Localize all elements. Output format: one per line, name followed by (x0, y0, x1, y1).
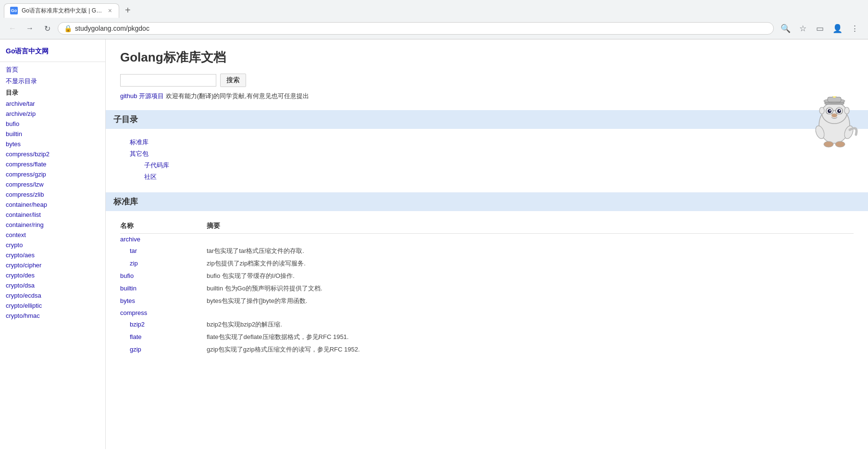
table-row: bzip2 bzip2包实现bzip2的解压缩. (120, 318, 854, 331)
sidebar-item-bytes[interactable]: bytes (0, 139, 105, 149)
svg-point-20 (824, 141, 833, 147)
tab-bar: Go Go语言标准库文档中文版 | Go语 × + (0, 0, 868, 18)
pkg-name-zip: zip (120, 260, 207, 267)
sidebar-divider (0, 62, 105, 62)
bookmark-icon-btn[interactable]: ☆ (795, 21, 810, 36)
sidebar-item-crypto-hmac[interactable]: crypto/hmac (0, 311, 105, 321)
sidebar-item-crypto-dsa[interactable]: crypto/dsa (0, 280, 105, 290)
subdir-section-header: 子目录 (106, 110, 868, 129)
pkg-summary-gzip: gzip包实现了gzip格式压缩文件的读写，参见RFC 1952. (207, 345, 854, 354)
search-input[interactable] (120, 74, 216, 87)
svg-point-11 (831, 113, 837, 117)
refresh-button[interactable]: ↻ (40, 22, 54, 35)
pkg-name-bzip2: bzip2 (120, 321, 207, 328)
active-tab[interactable]: Go Go语言标准库文档中文版 | Go语 × (4, 3, 119, 18)
svg-point-6 (830, 110, 831, 112)
sidebar-item-compress-bzip2[interactable]: compress/bzip2 (0, 149, 105, 159)
sidebar-item-container-heap[interactable]: container/heap (0, 200, 105, 210)
menu-icon-btn[interactable]: ⋮ (847, 21, 862, 36)
sidebar: Go语言中文网 首页 不显示目录 目录 archive/tar archive/… (0, 39, 106, 449)
sidebar-item-crypto-cipher[interactable]: crypto/cipher (0, 260, 105, 270)
sidebar-item-compress-gzip[interactable]: compress/gzip (0, 169, 105, 179)
github-link[interactable]: github 开源项目 (120, 92, 164, 100)
sidebar-toc-label: 目录 (0, 87, 105, 99)
pkg-summary-bufio: bufio 包实现了带缓存的I/O操作. (207, 272, 854, 280)
forward-button[interactable]: → (23, 22, 37, 35)
sidebar-item-compress-zlib[interactable]: compress/zlib (0, 189, 105, 200)
svg-point-1 (822, 102, 847, 124)
svg-point-21 (835, 141, 845, 147)
sidebar-item-compress-lzw[interactable]: compress/lzw (0, 179, 105, 189)
table-row: zip zip包提供了zip档案文件的读写服务. (120, 257, 854, 270)
url-bar[interactable]: 🔒 studygolang.com/pkgdoc (58, 22, 774, 35)
sidebar-item-archive-tar[interactable]: archive/tar (0, 99, 105, 109)
subdir-table: 标准库 其它包 子代码库 社区 (120, 137, 854, 183)
page-title: Golang标准库文档 (120, 49, 854, 66)
sidebar-item-home[interactable]: 首页 (0, 64, 105, 75)
table-row: bytes bytes包实现了操作[]byte的常用函数. (120, 295, 854, 307)
pkg-summary-bytes: bytes包实现了操作[]byte的常用函数. (207, 297, 854, 305)
search-icon-btn[interactable]: 🔍 (778, 21, 793, 36)
pkg-summary-builtin: builtin 包为Go的预声明标识符提供了文档. (207, 284, 854, 293)
main-content: Golang标准库文档 搜索 github 开源项目 欢迎有能力(翻译)的同学贡… (106, 39, 868, 449)
pkg-name-builtin: builtin (120, 285, 207, 292)
pkg-name-bytes: bytes (120, 297, 207, 304)
sidebar-item-compress-flate[interactable]: compress/flate (0, 159, 105, 169)
subdir-item-sublib[interactable]: 子代码库 (144, 160, 854, 171)
sidebar-item-crypto-ecdsa[interactable]: crypto/ecdsa (0, 290, 105, 301)
page-layout: Go语言中文网 首页 不显示目录 目录 archive/tar archive/… (0, 39, 868, 449)
table-row: gzip gzip包实现了gzip格式压缩文件的读写，参见RFC 1952. (120, 343, 854, 356)
pkg-name-compress: compress (120, 309, 207, 316)
gopher-mascot (810, 96, 858, 160)
pkg-summary-zip: zip包提供了zip档案文件的读写服务. (207, 259, 854, 268)
subdir-item-community[interactable]: 社区 (144, 171, 854, 183)
pkg-name-bufio: bufio (120, 272, 207, 279)
sidebar-item-hide-toc[interactable]: 不显示目录 (0, 75, 105, 87)
back-button[interactable]: ← (6, 22, 19, 35)
search-button[interactable]: 搜索 (220, 74, 246, 87)
subdir-item-stdlib[interactable]: 标准库 (130, 137, 854, 148)
svg-point-7 (839, 110, 841, 112)
lock-icon: 🔒 (64, 25, 72, 32)
pkg-name-gzip: gzip (120, 346, 207, 353)
stdlib-section-header: 标准库 (106, 192, 868, 211)
sidebar-site-title[interactable]: Go语言中文网 (0, 43, 105, 60)
sidebar-item-crypto-aes[interactable]: crypto/aes (0, 250, 105, 260)
tab-favicon: Go (10, 7, 18, 14)
table-row: compress (120, 307, 854, 318)
tab-title: Go语言标准库文档中文版 | Go语 (22, 7, 103, 15)
pkg-summary-bzip2: bzip2包实现bzip2的解压缩. (207, 320, 854, 329)
profile-icon-btn[interactable]: 👤 (830, 21, 845, 36)
header-name: 名称 (120, 222, 207, 230)
pkg-summary-flate: flate包实现了deflate压缩数据格式，参见RFC 1951. (207, 333, 854, 341)
sidebar-item-builtin[interactable]: builtin (0, 129, 105, 139)
sidebar-item-crypto-elliptic[interactable]: crypto/elliptic (0, 301, 105, 311)
pkg-summary-tar: tar包实现了tar格式压缩文件的存取. (207, 247, 854, 255)
github-link-line: github 开源项目 欢迎有能力(翻译)的同学贡献,有何意见也可任意提出 (120, 92, 854, 100)
table-row: tar tar包实现了tar格式压缩文件的存取. (120, 245, 854, 257)
sidebar-item-context[interactable]: context (0, 230, 105, 240)
lib-table-header: 名称 摘要 (120, 219, 854, 234)
github-desc: 欢迎有能力(翻译)的同学贡献,有何意见也可任意提出 (164, 92, 309, 100)
sidebar-item-archive-zip[interactable]: archive/zip (0, 109, 105, 119)
subdir-item-other[interactable]: 其它包 (130, 148, 854, 160)
new-tab-button[interactable]: + (121, 3, 135, 18)
table-row: archive (120, 234, 854, 245)
cast-icon-btn[interactable]: ▭ (812, 21, 828, 36)
sidebar-item-bufio[interactable]: bufio (0, 119, 105, 129)
pkg-name-flate: flate (120, 333, 207, 340)
address-bar: ← → ↻ 🔒 studygolang.com/pkgdoc 🔍 ☆ ▭ 👤 ⋮ (0, 18, 868, 39)
sidebar-item-crypto-des[interactable]: crypto/des (0, 270, 105, 280)
sidebar-item-crypto[interactable]: crypto (0, 240, 105, 250)
pkg-name-archive: archive (120, 236, 207, 243)
svg-point-12 (819, 107, 824, 114)
table-row: builtin builtin 包为Go的预声明标识符提供了文档. (120, 282, 854, 295)
tab-close-button[interactable]: × (107, 7, 113, 14)
table-row: bufio bufio 包实现了带缓存的I/O操作. (120, 270, 854, 282)
url-text: studygolang.com/pkgdoc (75, 25, 768, 32)
header-summary: 摘要 (207, 222, 854, 230)
sidebar-item-container-list[interactable]: container/list (0, 210, 105, 220)
sidebar-item-container-ring[interactable]: container/ring (0, 220, 105, 230)
table-row: flate flate包实现了deflate压缩数据格式，参见RFC 1951. (120, 331, 854, 343)
toolbar-icons: 🔍 ☆ ▭ 👤 ⋮ (778, 21, 862, 36)
